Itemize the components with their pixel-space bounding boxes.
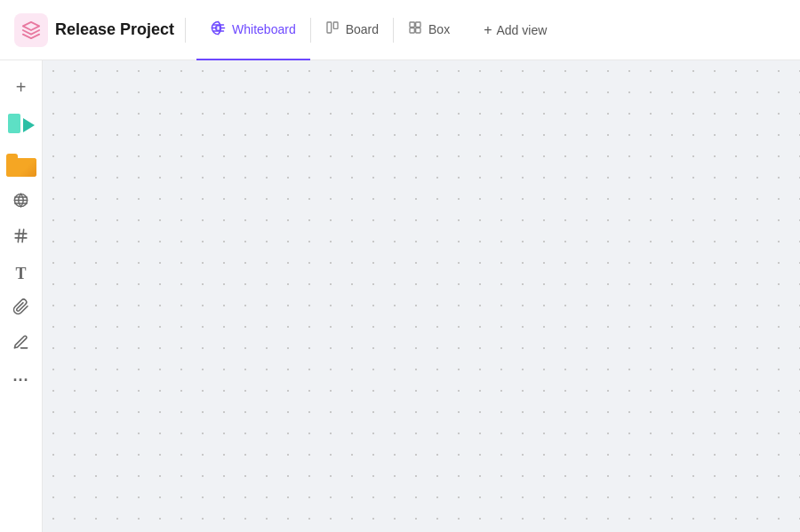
tab-box[interactable]: Box — [394, 0, 464, 60]
sidebar: + — [0, 60, 43, 532]
whiteboard-icon — [211, 20, 226, 38]
sidebar-item-more[interactable]: ··· — [5, 364, 37, 396]
sidebar-item-add[interactable]: + — [5, 71, 37, 103]
tab-whiteboard-label: Whiteboard — [232, 22, 296, 36]
globe-icon — [12, 192, 29, 213]
tab-board[interactable]: Board — [311, 0, 393, 60]
app-header: Release Project Whiteboard — [0, 0, 800, 60]
add-view-button[interactable]: + Add view — [471, 0, 559, 60]
whiteboard-canvas[interactable] — [43, 60, 800, 532]
nav-tabs: Whiteboard Board — [196, 0, 464, 60]
svg-rect-1 — [327, 22, 332, 33]
header-divider — [185, 18, 186, 43]
tab-board-label: Board — [346, 22, 379, 36]
project-title: Release Project — [55, 20, 174, 39]
hash-icon — [12, 227, 29, 249]
pencil-icon — [12, 334, 29, 355]
plus-icon: + — [484, 22, 492, 38]
sidebar-item-draw[interactable] — [5, 329, 37, 361]
sidebar-item-hash[interactable] — [5, 222, 37, 254]
project-icon — [14, 13, 48, 47]
svg-rect-4 — [416, 22, 420, 27]
tab-whiteboard[interactable]: Whiteboard — [196, 0, 310, 60]
link-icon — [12, 298, 29, 320]
sidebar-item-media[interactable] — [3, 107, 40, 144]
plus-icon: + — [16, 78, 27, 96]
svg-rect-3 — [410, 22, 414, 27]
tab-box-label: Box — [428, 22, 450, 36]
more-icon: ··· — [12, 372, 28, 388]
text-icon: T — [15, 265, 26, 283]
box-icon — [408, 20, 422, 37]
sidebar-item-files[interactable] — [3, 147, 40, 183]
svg-rect-6 — [416, 28, 420, 33]
sidebar-item-link[interactable] — [5, 293, 37, 325]
main-layout: + — [0, 60, 800, 532]
svg-rect-5 — [410, 28, 414, 33]
sidebar-item-globe[interactable] — [5, 187, 37, 218]
add-view-label: Add view — [497, 23, 548, 37]
board-icon — [325, 20, 340, 37]
svg-rect-2 — [333, 22, 338, 28]
sidebar-item-text[interactable]: T — [5, 258, 37, 290]
